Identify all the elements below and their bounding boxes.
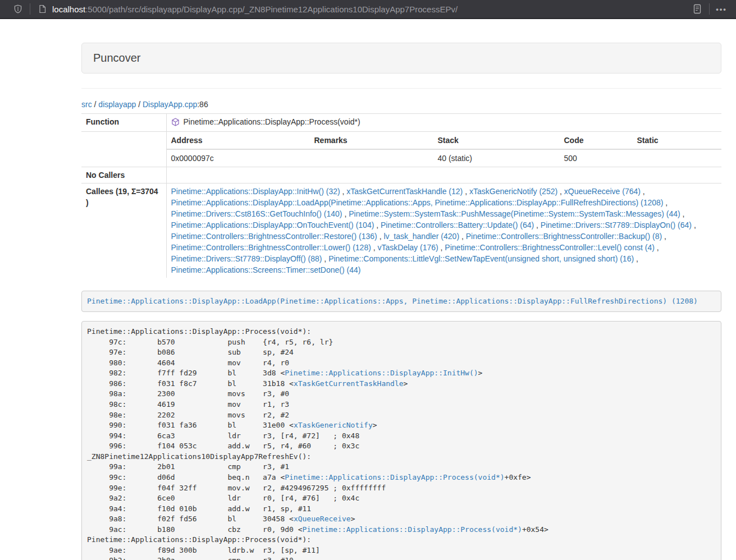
callee-link[interactable]: Pinetime::Applications::DisplayApp::Init… xyxy=(171,187,340,196)
disassembly-pre: Pinetime::Applications::DisplayApp::Proc… xyxy=(81,321,721,560)
breadcrumb-link[interactable]: displayapp xyxy=(98,100,136,109)
col-address: Address xyxy=(167,132,310,149)
page-title: Puncover xyxy=(81,43,721,74)
callee-link[interactable]: xTaskGenericNotify (252) xyxy=(469,187,557,196)
callee-link[interactable]: Pinetime::Applications::DisplayApp::Load… xyxy=(171,198,664,207)
callee-link[interactable]: Pinetime::Components::LittleVgl::SetNewT… xyxy=(328,254,634,263)
divider xyxy=(81,88,721,89)
chrome-divider xyxy=(30,3,30,15)
code-symbol-link[interactable]: xTaskGetCurrentTaskHandle xyxy=(294,379,404,388)
callee-link[interactable]: Pinetime::Applications::DisplayApp::OnTo… xyxy=(171,221,374,229)
breadcrumb-link[interactable]: src xyxy=(81,100,92,109)
callee-link[interactable]: Pinetime::Drivers::St7789::DisplayOn() (… xyxy=(541,221,692,229)
more-menu-icon[interactable]: ••• xyxy=(715,2,728,16)
static-value xyxy=(633,149,722,167)
callee-link[interactable]: Pinetime::System::SystemTask::PushMessag… xyxy=(349,209,680,218)
function-row: Function Pinetime::Applications::Display… xyxy=(81,114,721,132)
code-symbol-link[interactable]: xTaskGenericNotify xyxy=(294,421,373,429)
callee-link[interactable]: Pinetime::Drivers::St7789::DisplayOff() … xyxy=(171,254,322,263)
browser-chrome: localhost:5000/path/src/displayapp/Displ… xyxy=(0,0,736,19)
col-stack: Stack xyxy=(433,132,560,149)
callee-link[interactable]: xTaskGetCurrentTaskHandle (12) xyxy=(346,187,463,196)
callee-link[interactable]: vTaskDelay (176) xyxy=(378,243,438,252)
callee-link[interactable]: Pinetime::Controllers::BrightnessControl… xyxy=(171,243,371,252)
callee-link[interactable]: Pinetime::Controllers::Battery::Update()… xyxy=(381,221,534,229)
url-path: :5000/path/src/displayapp/DisplayApp.cpp… xyxy=(85,4,458,14)
remarks-value xyxy=(310,149,433,167)
no-callers-label: No Callers xyxy=(81,167,166,183)
code-value: 500 xyxy=(560,149,633,167)
callee-link[interactable]: Pinetime::Drivers::Cst816S::GetTouchInfo… xyxy=(171,209,342,218)
function-table: Function Pinetime::Applications::Display… xyxy=(81,113,721,278)
callee-link[interactable]: Pinetime::Applications::Screens::Timer::… xyxy=(171,265,361,274)
callees-label: Callees (19, Σ=3704 ) xyxy=(81,183,166,278)
callee-link[interactable]: lv_task_handler (420) xyxy=(383,232,459,241)
table-row: 0x0000097c 40 (static) 500 xyxy=(167,149,722,167)
callee-link[interactable]: Pinetime::Controllers::BrightnessControl… xyxy=(171,232,377,241)
code-symbol-link[interactable]: Pinetime::Applications::DisplayApp::Proc… xyxy=(285,473,504,481)
url-bar[interactable]: localhost:5000/path/src/displayapp/Displ… xyxy=(52,4,458,14)
highlighted-symbol-block: Pinetime::Applications::DisplayApp::Load… xyxy=(81,291,721,313)
highlighted-symbol-link[interactable]: Pinetime::Applications::DisplayApp::Load… xyxy=(87,297,698,305)
function-label: Function xyxy=(81,114,166,132)
stats-table: Address Remarks Stack Code Static 0x0000… xyxy=(167,132,722,167)
shield-icon[interactable] xyxy=(11,2,25,16)
stack-value: 40 (static) xyxy=(433,149,560,167)
reader-mode-icon[interactable] xyxy=(691,2,704,16)
stats-row: Address Remarks Stack Code Static 0x0000… xyxy=(81,131,721,167)
page-icon[interactable] xyxy=(35,2,49,16)
callees-list: Pinetime::Applications::DisplayApp::Init… xyxy=(166,183,721,278)
code-symbol-link[interactable]: Pinetime::Applications::DisplayApp::Init… xyxy=(285,369,478,377)
code-symbol-link[interactable]: xQueueReceive xyxy=(294,515,351,523)
function-name: Pinetime::Applications::DisplayApp::Proc… xyxy=(184,116,360,127)
col-remarks: Remarks xyxy=(310,132,433,149)
chrome-divider xyxy=(709,3,710,15)
code-symbol-link[interactable]: Pinetime::Applications::DisplayApp::Proc… xyxy=(303,525,522,534)
col-code: Code xyxy=(560,132,633,149)
breadcrumb-link[interactable]: DisplayApp.cpp xyxy=(143,100,197,109)
address-value: 0x0000097c xyxy=(167,149,310,167)
url-host: localhost xyxy=(52,4,85,14)
page-content: Puncover src / displayapp / DisplayApp.c… xyxy=(81,43,721,560)
callee-link[interactable]: xQueueReceive (764) xyxy=(564,187,641,196)
col-static: Static xyxy=(633,132,722,149)
callee-link[interactable]: Pinetime::Controllers::BrightnessControl… xyxy=(445,243,654,252)
breadcrumb: src / displayapp / DisplayApp.cpp:86 xyxy=(81,100,721,109)
no-callers-row: No Callers xyxy=(81,167,721,183)
callees-row: Callees (19, Σ=3704 ) Pinetime::Applicat… xyxy=(81,183,721,278)
package-icon xyxy=(171,118,180,126)
callee-link[interactable]: Pinetime::Controllers::BrightnessControl… xyxy=(466,232,662,241)
